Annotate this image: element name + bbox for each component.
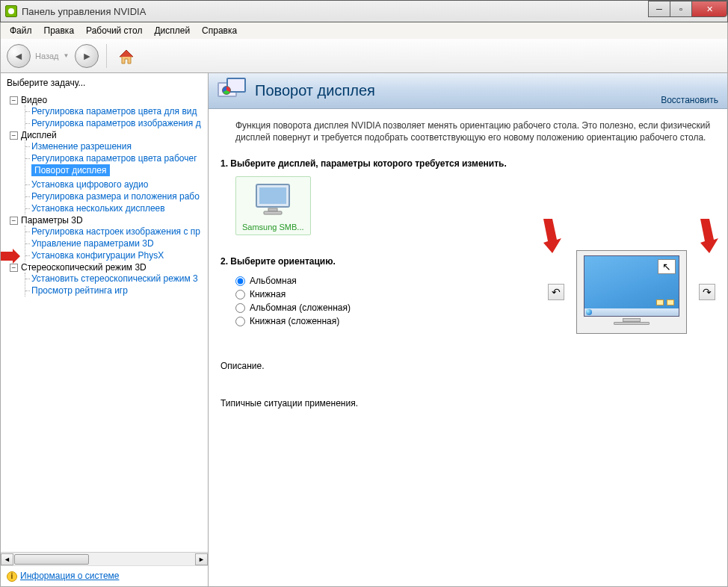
radio-input[interactable] (235, 290, 245, 299)
scroll-track[interactable] (13, 553, 195, 565)
menu-edit[interactable]: Правка (38, 24, 81, 37)
rotate-display-icon (218, 78, 247, 105)
sidebar-title: Выберите задачу... (1, 73, 208, 93)
tree-item[interactable]: Установка конфигурации PhysX (25, 249, 208, 261)
tree-item[interactable]: Регулировка настроек изображения с пр (25, 226, 208, 237)
forward-button[interactable]: ► (75, 44, 99, 68)
system-info-link[interactable]: Информация о системе (20, 571, 119, 581)
tree-item-rotate-display[interactable]: Поворот дисплея (31, 164, 110, 176)
monitor-item[interactable]: Samsung SMB... (235, 176, 311, 235)
tree-item[interactable]: Установка нескольких дисплеев (25, 202, 208, 214)
preview-area: ↶ ↖ ↷ (548, 250, 715, 334)
window-controls: ─ ▫ ✕ (649, 1, 727, 22)
intro-text: Функция поворота дисплея NVIDIA позволяе… (235, 119, 715, 143)
monitor-icon (252, 181, 294, 217)
restore-link[interactable]: Восстановить (661, 95, 718, 105)
menu-help[interactable]: Справка (196, 24, 243, 37)
back-dropdown[interactable]: ▼ (64, 52, 70, 59)
preview-screen: ↖ (584, 255, 679, 317)
radio-input[interactable] (235, 303, 245, 313)
tree-category-stereo[interactable]: −Стереоскопический режим 3D Установить с… (10, 262, 208, 296)
menubar: Файл Правка Рабочий стол Дисплей Справка (0, 22, 728, 39)
nvidia-icon (5, 5, 17, 17)
collapse-icon[interactable]: − (10, 131, 18, 140)
task-tree: −Видео Регулировка параметров цвета для … (1, 93, 208, 552)
pointer-arrow-icon (539, 217, 561, 255)
scroll-right-button[interactable]: ► (195, 553, 208, 565)
tree-item[interactable]: Изменение разрешения (25, 140, 208, 152)
svg-rect-1 (259, 187, 286, 204)
radio-input[interactable] (235, 317, 245, 326)
close-button[interactable]: ✕ (691, 1, 727, 17)
titlebar: Панель управления NVIDIA ─ ▫ ✕ (0, 0, 728, 22)
system-info-row: iИнформация о системе (1, 565, 208, 586)
svg-rect-3 (264, 211, 282, 214)
back-label: Назад (35, 52, 59, 60)
tree-item[interactable]: Установить стереоскопический режим 3 (25, 273, 208, 285)
tree-category-video[interactable]: −Видео Регулировка параметров цвета для … (10, 95, 208, 129)
step1-label: 1. Выберите дисплей, параметры которого … (220, 158, 715, 169)
tree-item[interactable]: Управление параметрами 3D (25, 237, 208, 249)
collapse-icon[interactable]: − (10, 264, 18, 272)
menu-file[interactable]: Файл (4, 24, 38, 37)
horizontal-scrollbar[interactable]: ◄ ► (1, 552, 208, 565)
home-button[interactable] (114, 44, 138, 68)
page-title: Поворот дисплея (255, 82, 375, 99)
tree-item[interactable]: Регулировка размера и положения рабо (25, 190, 208, 202)
tree-item[interactable]: Регулировка параметров цвета рабочег (25, 152, 208, 164)
rotate-cw-button[interactable]: ↷ (699, 284, 715, 300)
home-icon (117, 46, 136, 66)
typical-use-label: Типичные ситуации применения. (220, 398, 715, 409)
rotate-ccw-button[interactable]: ↶ (548, 284, 564, 300)
pointer-arrow-icon (696, 217, 718, 255)
main-area: Выберите задачу... −Видео Регулировка па… (0, 73, 728, 587)
monitor-label: Samsung SMB... (242, 223, 304, 232)
content-body: Функция поворота дисплея NVIDIA позволяе… (209, 109, 727, 586)
description-label: Описание. (220, 361, 715, 371)
collapse-icon[interactable]: − (10, 96, 18, 105)
collapse-icon[interactable]: − (10, 217, 18, 225)
sidebar: Выберите задачу... −Видео Регулировка па… (1, 73, 209, 586)
tree-category-display[interactable]: −Дисплей Изменение разрешения Регулировк… (10, 130, 208, 214)
radio-input[interactable] (235, 276, 245, 286)
scroll-thumb[interactable] (14, 554, 89, 565)
toolbar-separator (106, 44, 107, 68)
scroll-left-button[interactable]: ◄ (1, 553, 13, 565)
tree-item[interactable]: Регулировка параметров цвета для вид (25, 105, 208, 117)
menu-desktop[interactable]: Рабочий стол (80, 24, 148, 37)
back-button[interactable]: ◄ (7, 44, 31, 68)
display-selector: Samsung SMB... (235, 176, 715, 235)
tree-item[interactable]: Регулировка параметров изображения д (25, 117, 208, 129)
content-pane: Поворот дисплея Восстановить Функция пов… (209, 73, 727, 586)
tree-item[interactable]: Просмотр рейтинга игр (25, 285, 208, 296)
tree-item[interactable]: Установка цифрового аудио (25, 178, 208, 190)
preview-monitor: ↖ (576, 250, 687, 334)
content-header: Поворот дисплея Восстановить (209, 73, 727, 109)
orientation-section: 2. Выберите ориентацию. Альбомная Книжна… (220, 256, 715, 328)
maximize-button[interactable]: ▫ (670, 1, 692, 17)
svg-rect-2 (268, 208, 277, 211)
info-icon: i (7, 571, 17, 582)
pointer-arrow-icon (1, 248, 22, 264)
minimize-button[interactable]: ─ (648, 1, 670, 17)
window-title: Панель управления NVIDIA (22, 6, 649, 17)
toolbar: ◄ Назад ▼ ► (0, 39, 728, 73)
tree-category-3d[interactable]: −Параметры 3D Регулировка настроек изобр… (10, 215, 208, 261)
rotate-badge-icon: ↖ (658, 259, 676, 274)
menu-display[interactable]: Дисплей (148, 24, 196, 37)
